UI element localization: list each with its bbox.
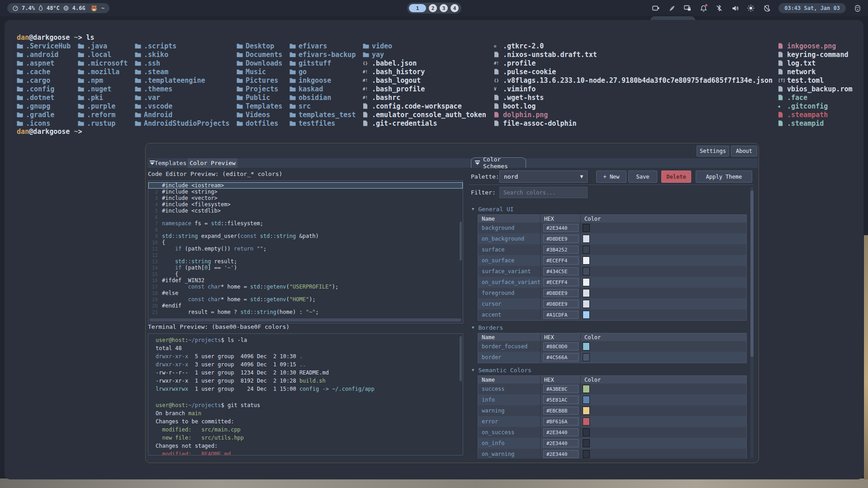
filter-input[interactable] bbox=[499, 187, 588, 198]
hex-input[interactable]: #2E3440 bbox=[543, 428, 579, 436]
editor-horizontal-scrollbar[interactable] bbox=[149, 318, 461, 322]
hex-input[interactable]: #2E3440 bbox=[543, 224, 579, 232]
section-title-borders[interactable]: ▼Borders bbox=[472, 324, 747, 331]
tab-templates[interactable]: Templates bbox=[153, 158, 188, 168]
folder-item: Public bbox=[237, 93, 282, 102]
new-palette-button[interactable]: + New bbox=[596, 171, 626, 183]
code-line[interactable]: 5#include <cstdlib> bbox=[148, 208, 463, 214]
color-swatch[interactable] bbox=[583, 311, 590, 319]
brightness-sun-icon[interactable] bbox=[747, 4, 755, 12]
apply-theme-button[interactable]: Apply Theme bbox=[696, 171, 752, 183]
tab-color-schemes[interactable]: Color Schemes bbox=[471, 157, 526, 168]
hex-input[interactable]: #D8DEE9 bbox=[543, 289, 579, 297]
hex-input[interactable]: #88C0D0 bbox=[543, 342, 579, 351]
bluetooth-off-icon[interactable] bbox=[715, 4, 723, 12]
code-line[interactable]: 11 if (path.empty()) return ""; bbox=[148, 246, 463, 252]
code-line[interactable]: 19 const char* home = std::getenv("HOME"… bbox=[148, 296, 463, 303]
hex-input[interactable]: #BF616A bbox=[543, 417, 579, 426]
color-swatch[interactable] bbox=[583, 353, 590, 361]
color-swatch[interactable] bbox=[583, 439, 590, 447]
color-swatch[interactable] bbox=[583, 256, 590, 265]
screen-record-icon[interactable] bbox=[652, 4, 660, 12]
color-swatch[interactable] bbox=[583, 224, 590, 232]
save-button[interactable]: Save bbox=[628, 171, 657, 183]
color-swatch[interactable] bbox=[583, 289, 590, 297]
flameshot-feather-icon[interactable] bbox=[668, 4, 676, 12]
hex-input[interactable]: #2E3440 bbox=[543, 450, 579, 458]
section-title-general-ui[interactable]: ▼General UI bbox=[472, 205, 747, 213]
code-line[interactable]: 7namespace fs = std::filesystem; bbox=[148, 220, 463, 227]
code-line[interactable]: 13 std::string result; bbox=[148, 258, 463, 265]
code-line[interactable]: 21 result = home ? std::string(home) : "… bbox=[148, 309, 463, 315]
palette-select[interactable]: nord ▼ bbox=[499, 171, 588, 183]
color-swatch[interactable] bbox=[583, 278, 590, 286]
file-name: Desktop bbox=[246, 42, 274, 50]
hex-input[interactable]: #5E81AC bbox=[543, 396, 579, 404]
code-line[interactable]: 20#endif bbox=[148, 303, 463, 309]
code-line[interactable]: 9std::string expand_user(const std::stri… bbox=[148, 233, 463, 239]
hex-input[interactable]: #A3BE8C bbox=[543, 385, 579, 393]
hex-input[interactable]: #434C5E bbox=[543, 267, 579, 275]
color-swatch[interactable] bbox=[583, 428, 590, 436]
code-line[interactable]: 14 if (path[0] == '~') bbox=[148, 265, 463, 271]
focused-app-pill[interactable]: ~ bbox=[85, 3, 109, 13]
workspace-1-active[interactable]: 1 bbox=[409, 4, 426, 12]
code-line[interactable]: 8 bbox=[148, 227, 463, 233]
color-table-scrollbar[interactable] bbox=[750, 187, 754, 458]
code-line[interactable]: 10{ bbox=[148, 239, 463, 246]
line-number: 16 bbox=[148, 278, 162, 284]
color-swatch[interactable] bbox=[583, 396, 590, 404]
color-swatch[interactable] bbox=[583, 385, 590, 393]
hex-input[interactable]: #2E3440 bbox=[543, 439, 579, 447]
clock[interactable]: 03:43 Sat, Jan 03 bbox=[778, 3, 846, 13]
color-swatch[interactable] bbox=[583, 417, 590, 426]
color-swatch[interactable] bbox=[583, 235, 590, 243]
color-swatch[interactable] bbox=[583, 267, 590, 275]
code-line[interactable]: #include <iostream> bbox=[148, 182, 463, 189]
editor-vertical-scrollbar[interactable] bbox=[460, 222, 462, 261]
code-line[interactable]: 15 { bbox=[148, 271, 463, 277]
screenshot-lock-icon[interactable] bbox=[683, 4, 692, 12]
code-line[interactable]: 4#include <filesystem> bbox=[148, 201, 463, 208]
system-stats-pill[interactable]: 7.4% 48°C 4.6G bbox=[7, 3, 90, 13]
nightlight-off-icon[interactable] bbox=[763, 4, 771, 12]
code-line[interactable]: 16#ifdef _WIN32 bbox=[148, 277, 463, 284]
code-line[interactable]: 2#include <string> bbox=[148, 189, 463, 195]
about-button[interactable]: About bbox=[731, 146, 757, 156]
settings-button[interactable]: Settings bbox=[697, 146, 729, 156]
color-swatch[interactable] bbox=[583, 342, 590, 351]
column-header: Color bbox=[581, 215, 747, 223]
file-name: dotfiles bbox=[246, 119, 278, 128]
hex-input[interactable]: #EBCB8B bbox=[543, 407, 579, 415]
code-line[interactable]: 12 bbox=[148, 252, 463, 258]
section-title-semantic-colors[interactable]: ▼Semantic Colors bbox=[472, 366, 747, 374]
code-line[interactable]: 6 bbox=[148, 214, 463, 220]
scrollbar-thumb[interactable] bbox=[750, 190, 754, 357]
tray-owl-icon[interactable] bbox=[854, 4, 862, 12]
hex-input[interactable]: #ECEFF4 bbox=[543, 278, 579, 286]
hex-input[interactable]: #4C566A bbox=[543, 353, 579, 361]
folder-icon bbox=[78, 86, 85, 92]
code-line[interactable]: 18#else bbox=[148, 290, 463, 296]
workspace-2[interactable]: 2 bbox=[429, 4, 437, 12]
delete-button[interactable]: Delete bbox=[661, 171, 691, 183]
workspace-3[interactable]: 3 bbox=[440, 4, 448, 12]
hex-input[interactable]: #A1CDFA bbox=[543, 311, 579, 319]
code-line[interactable]: 17 const char* home = std::getenv("USERP… bbox=[148, 284, 463, 290]
file-name: .steampath bbox=[787, 111, 828, 119]
color-swatch[interactable] bbox=[583, 407, 590, 415]
hex-input[interactable]: #D8DEE9 bbox=[543, 300, 579, 308]
code-line[interactable]: 3#include <vector> bbox=[148, 195, 463, 201]
color-swatch[interactable] bbox=[583, 246, 590, 254]
hex-input[interactable]: #ECEFF4 bbox=[543, 256, 579, 265]
color-swatch[interactable] bbox=[583, 450, 590, 458]
hex-input[interactable]: #D8DEE9 bbox=[543, 235, 579, 243]
table-row: foreground#D8DEE9 bbox=[478, 288, 746, 298]
workspace-4[interactable]: 4 bbox=[451, 4, 459, 12]
notification-bell-icon[interactable] bbox=[699, 4, 707, 12]
hex-input[interactable]: #3B4252 bbox=[543, 246, 579, 254]
color-swatch[interactable] bbox=[583, 300, 590, 308]
tab-color-preview[interactable]: Color Preview bbox=[188, 158, 237, 168]
volume-icon[interactable] bbox=[731, 4, 739, 12]
terminal-preview-scrollbar[interactable] bbox=[460, 336, 462, 381]
